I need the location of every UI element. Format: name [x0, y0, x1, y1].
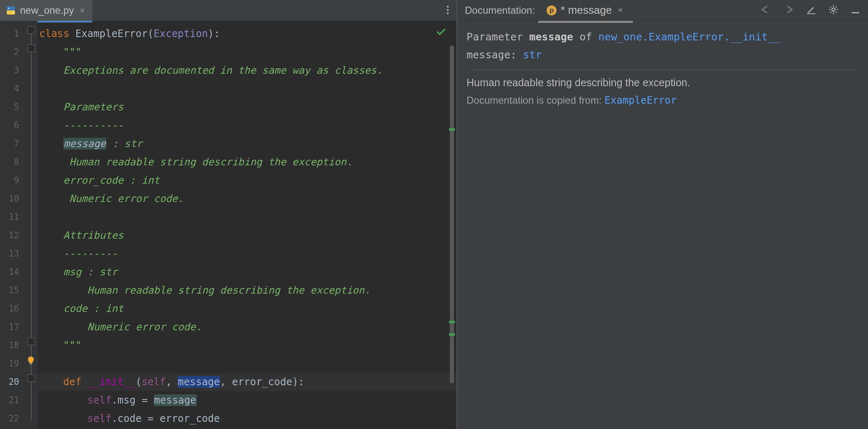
line-number: 2: [0, 43, 25, 61]
code-line[interactable]: Exceptions are documented in the same wa…: [38, 61, 457, 80]
line-number: 1: [0, 25, 25, 43]
scrollbar-thumb[interactable]: [450, 46, 454, 383]
svg-rect-9: [852, 12, 859, 13]
gear-icon[interactable]: [828, 4, 839, 17]
code-line[interactable]: ----------: [38, 116, 457, 135]
code-line[interactable]: Numeric error code.: [38, 318, 457, 336]
svg-rect-7: [30, 364, 32, 364]
line-number: 22: [0, 409, 25, 428]
line-number: 5: [0, 98, 25, 116]
code-line[interactable]: Numeric error code.: [38, 190, 457, 208]
doc-copied-from: Documentation is copied from: ExampleErr…: [467, 95, 859, 106]
edit-doc-icon[interactable]: [806, 5, 816, 16]
svg-point-3: [13, 12, 14, 13]
code-line[interactable]: [38, 354, 457, 373]
code-line[interactable]: [38, 80, 457, 98]
svg-point-2: [8, 8, 10, 9]
line-number: 20: [0, 373, 25, 391]
documentation-pane: Documentation: p * message ×: [457, 0, 868, 429]
fold-toggle-icon[interactable]: [28, 45, 35, 52]
fold-toggle-icon[interactable]: [28, 374, 35, 382]
fold-toggle-icon[interactable]: [28, 26, 35, 34]
code-line[interactable]: Human readable string describing the exc…: [38, 281, 457, 299]
line-number-gutter[interactable]: 1 2 3 4 5 6 7 8 9 10 11 12 13 14 15 16 1…: [0, 21, 25, 429]
doc-header: Documentation: p * message ×: [457, 0, 868, 21]
svg-rect-1: [7, 10, 15, 15]
code-line[interactable]: [38, 208, 457, 226]
nav-forward-icon[interactable]: [783, 5, 795, 15]
fold-toggle-icon[interactable]: [28, 338, 35, 345]
code-line[interactable]: def __init__(self, message, error_code):: [38, 373, 457, 391]
code-line[interactable]: Parameters: [38, 98, 457, 116]
line-number: 3: [0, 61, 25, 80]
editor-tab-label: new_one.py: [20, 5, 74, 16]
code-line[interactable]: self.code = error_code: [38, 409, 457, 428]
nav-back-icon[interactable]: [760, 5, 771, 15]
line-number: 19: [0, 354, 25, 373]
scrollbar-marker[interactable]: [449, 333, 455, 336]
doc-tab-message[interactable]: p * message ×: [542, 4, 629, 17]
doc-signature: Parameter message of new_one.ExampleErro…: [467, 28, 859, 70]
line-number: 6: [0, 116, 25, 135]
inspection-ok-icon[interactable]: [436, 27, 447, 40]
line-number: 10: [0, 190, 25, 208]
close-doc-tab-icon[interactable]: ×: [616, 5, 625, 15]
code-line[interactable]: code : int: [38, 299, 457, 318]
line-number: 11: [0, 208, 25, 226]
line-number: 8: [0, 153, 25, 171]
doc-tab-underline: [538, 21, 633, 23]
line-number: 17: [0, 318, 25, 336]
doc-copied-link[interactable]: ExampleError: [605, 95, 677, 106]
line-number: 18: [0, 336, 25, 354]
minimize-icon[interactable]: [850, 5, 860, 16]
code-line[interactable]: message : str: [38, 135, 457, 153]
doc-actions: [760, 4, 860, 17]
code-line[interactable]: """: [38, 336, 457, 354]
code-line[interactable]: ---------: [38, 244, 457, 263]
line-number: 21: [0, 391, 25, 409]
svg-point-4: [447, 6, 449, 8]
doc-description: Human readable string describing the exc…: [467, 77, 859, 89]
code-line[interactable]: """: [38, 43, 457, 61]
svg-point-8: [832, 8, 835, 11]
scrollbar-marker[interactable]: [449, 128, 455, 131]
editor-pane: new_one.py × 1 2 3 4 5 6 7 8 9 10 11 12 …: [0, 0, 457, 429]
fold-gutter[interactable]: [25, 21, 38, 429]
code-line[interactable]: self.msg = message: [38, 391, 457, 409]
code-line[interactable]: error_code : int: [38, 171, 457, 190]
editor-tab-bar: new_one.py ×: [0, 0, 457, 21]
editor-body[interactable]: 1 2 3 4 5 6 7 8 9 10 11 12 13 14 15 16 1…: [0, 21, 457, 429]
tab-bar-menu-icon[interactable]: [447, 5, 449, 17]
code-line[interactable]: Attributes: [38, 226, 457, 244]
line-number: 7: [0, 135, 25, 153]
intention-bulb-icon[interactable]: [26, 356, 36, 366]
svg-point-6: [447, 12, 449, 15]
line-number: 4: [0, 80, 25, 98]
svg-point-5: [447, 9, 449, 11]
code-area[interactable]: class ExampleError(Exception): """ Excep…: [38, 21, 457, 429]
line-number: 14: [0, 263, 25, 281]
doc-tab-label: * message: [561, 4, 612, 17]
editor-tab-new-one[interactable]: new_one.py ×: [0, 0, 92, 21]
code-line[interactable]: msg : str: [38, 263, 457, 281]
line-number: 12: [0, 226, 25, 244]
doc-header-title: Documentation:: [465, 5, 535, 16]
scrollbar-marker[interactable]: [449, 321, 455, 323]
line-number: 15: [0, 281, 25, 299]
doc-content: Parameter message of new_one.ExampleErro…: [457, 21, 868, 114]
code-line[interactable]: class ExampleError(Exception):: [38, 25, 457, 43]
editor-scrollbar[interactable]: [449, 21, 455, 429]
doc-source-link[interactable]: new_one.ExampleError.__init__: [598, 31, 780, 43]
python-file-icon: [6, 5, 16, 15]
line-number: 9: [0, 171, 25, 190]
line-number: 13: [0, 244, 25, 263]
line-number: 16: [0, 299, 25, 318]
doc-type-link[interactable]: str: [523, 49, 542, 61]
close-tab-icon[interactable]: ×: [78, 6, 86, 15]
parameter-icon: p: [547, 5, 557, 15]
code-line[interactable]: Human readable string describing the exc…: [38, 153, 457, 171]
